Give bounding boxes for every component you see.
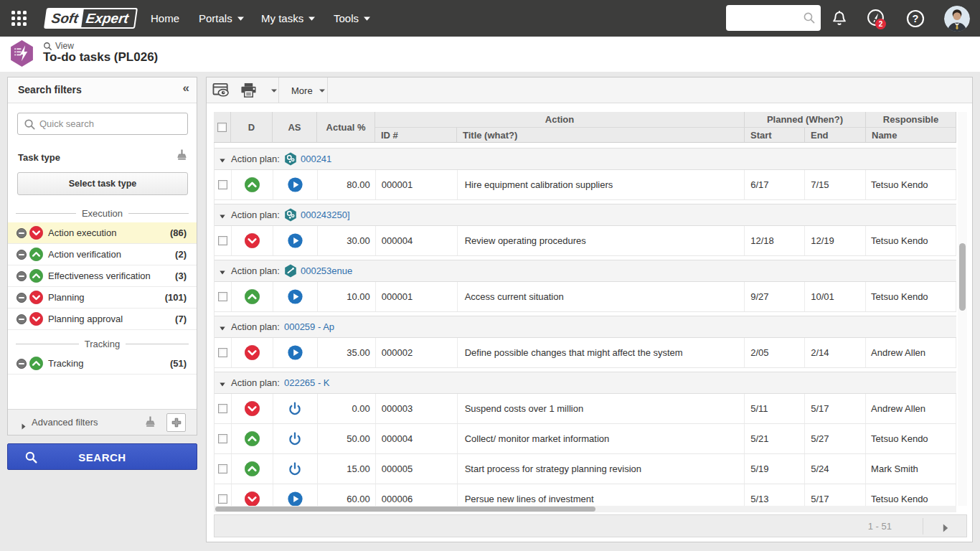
action-plan-link[interactable]: 022265 - K (284, 377, 330, 388)
sidebar-item-effectiveness-verification[interactable]: Effectiveness verification(3) (8, 265, 197, 287)
collapse-minus-icon[interactable] (17, 293, 27, 306)
collapse-minus-icon[interactable] (17, 228, 27, 241)
action-title-cell: Suspend costs over 1 million (458, 394, 745, 423)
vertical-scrollbar-thumb[interactable] (959, 243, 966, 311)
apps-grid-icon[interactable] (11, 11, 27, 26)
action-status-cell (273, 484, 318, 506)
collapse-triangle-icon[interactable] (220, 153, 225, 166)
action-plan-link[interactable]: 000241 (301, 154, 331, 164)
play-icon[interactable] (288, 491, 303, 506)
column-header-id[interactable]: ID # (375, 128, 457, 143)
table-row: 35.00000002Define possible changes that … (215, 338, 956, 368)
row-checkbox[interactable] (218, 464, 227, 474)
planned-start-cell: 5/21 (745, 424, 805, 453)
play-icon[interactable] (288, 177, 303, 192)
collapse-minus-icon[interactable] (17, 314, 27, 327)
notifications-bell-icon[interactable] (831, 9, 847, 30)
next-page-button[interactable] (943, 522, 948, 535)
column-header-d[interactable]: D (231, 112, 273, 143)
sidebar-item-planning[interactable]: Planning(101) (8, 287, 197, 309)
planned-end-cell: 5/27 (805, 424, 866, 453)
sidebar-item-planning-approval[interactable]: Planning approval(7) (8, 309, 197, 330)
results-panel: More D AS Actual % Action ID # Title (wh… (206, 77, 973, 542)
nav-home[interactable]: Home (151, 0, 179, 37)
play-icon[interactable] (288, 233, 303, 248)
play-icon[interactable] (288, 345, 303, 360)
row-checkbox[interactable] (218, 348, 227, 357)
column-header-actual[interactable]: Actual % (317, 112, 375, 143)
action-plan-link[interactable]: 000243250] (301, 209, 350, 220)
row-checkbox[interactable] (218, 434, 227, 443)
action-plan-group-row: Action plan:000253enue (215, 260, 956, 282)
column-header-as[interactable]: AS (273, 112, 317, 143)
select-all-checkbox[interactable] (217, 123, 227, 132)
actual-percent-cell: 10.00 (318, 282, 376, 311)
row-checkbox[interactable] (218, 292, 227, 301)
power-icon[interactable] (288, 402, 302, 416)
sidebar-item-tracking[interactable]: Tracking(51) (8, 353, 197, 375)
collapse-triangle-icon[interactable] (220, 209, 225, 222)
action-plan-group-row: Action plan:000259 - Ap (215, 316, 956, 338)
action-plan-group-row: Action plan:000241 (215, 148, 956, 170)
action-plan-group-row: Action plan:022265 - K (215, 372, 956, 394)
nav-portals-label: Portals (199, 0, 232, 37)
collapse-minus-icon[interactable] (17, 250, 27, 263)
power-icon[interactable] (288, 462, 302, 476)
deadline-status-cell (232, 484, 273, 506)
play-icon[interactable] (288, 289, 303, 304)
filter-item-count: (2) (175, 249, 187, 260)
user-avatar[interactable] (944, 6, 970, 32)
softexpert-logo[interactable]: Soft Expert (44, 8, 138, 29)
filter-item-label: Effectiveness verification (48, 270, 151, 281)
collapse-panel-icon[interactable]: « (183, 81, 189, 95)
collapse-triangle-icon[interactable] (220, 321, 225, 334)
clear-filter-broom-icon[interactable] (144, 416, 156, 432)
action-plan-link[interactable]: 000259 - Ap (284, 321, 334, 332)
filter-group-header: Execution (8, 204, 197, 222)
nav-portals[interactable]: Portals (199, 0, 244, 37)
column-header-title[interactable]: Title (what?) (457, 128, 745, 143)
sidebar-item-action-verification[interactable]: Action verification(2) (8, 244, 197, 265)
status-up-icon (29, 357, 43, 373)
collapse-minus-icon[interactable] (17, 359, 27, 372)
row-checkbox[interactable] (218, 494, 227, 504)
global-search-input[interactable] (732, 5, 804, 31)
action-title-cell: Persue new lines of investment (458, 484, 745, 506)
column-header-end[interactable]: End (805, 128, 866, 143)
caret-down-icon (319, 89, 325, 93)
row-checkbox-cell (215, 424, 232, 453)
row-checkbox-cell (215, 394, 232, 423)
column-header-name[interactable]: Name (866, 128, 956, 143)
action-plan-link[interactable]: 000253enue (301, 265, 352, 276)
collapse-triangle-icon[interactable] (220, 265, 225, 278)
toolbar-separator (327, 77, 328, 103)
status-down-icon (245, 491, 260, 506)
power-icon[interactable] (288, 432, 302, 446)
print-options-dropdown[interactable] (267, 77, 281, 103)
collapse-triangle-icon[interactable] (220, 377, 225, 390)
search-icon[interactable] (803, 11, 816, 27)
view-on-screen-button[interactable] (212, 77, 230, 103)
row-checkbox[interactable] (218, 404, 227, 413)
notification-count-badge[interactable]: 2 (875, 19, 886, 29)
help-icon[interactable]: ? (906, 9, 925, 31)
select-task-type-button[interactable]: Select task type (17, 172, 188, 195)
responsible-name-cell: Tetsuo Kendo (866, 170, 956, 199)
filter-item-label: Action verification (48, 249, 121, 260)
nav-tools[interactable]: Tools (334, 0, 370, 37)
column-header-start[interactable]: Start (745, 128, 805, 143)
row-checkbox[interactable] (218, 180, 227, 189)
horizontal-scrollbar-thumb[interactable] (215, 507, 595, 512)
search-button[interactable]: SEARCH (7, 443, 197, 470)
add-filter-button[interactable] (166, 413, 186, 432)
row-checkbox[interactable] (218, 236, 227, 245)
print-button[interactable] (240, 77, 257, 103)
nav-my-tasks[interactable]: My tasks (261, 0, 315, 37)
sidebar-item-action-execution[interactable]: Action execution(86) (8, 222, 197, 244)
quick-search-input[interactable] (39, 113, 183, 134)
clear-filter-broom-icon[interactable] (176, 149, 188, 165)
advanced-filters-label[interactable]: Advanced filters (32, 417, 98, 428)
expand-arrow-icon[interactable] (22, 420, 26, 433)
collapse-minus-icon[interactable] (17, 271, 27, 284)
caret-down-icon (271, 89, 277, 93)
